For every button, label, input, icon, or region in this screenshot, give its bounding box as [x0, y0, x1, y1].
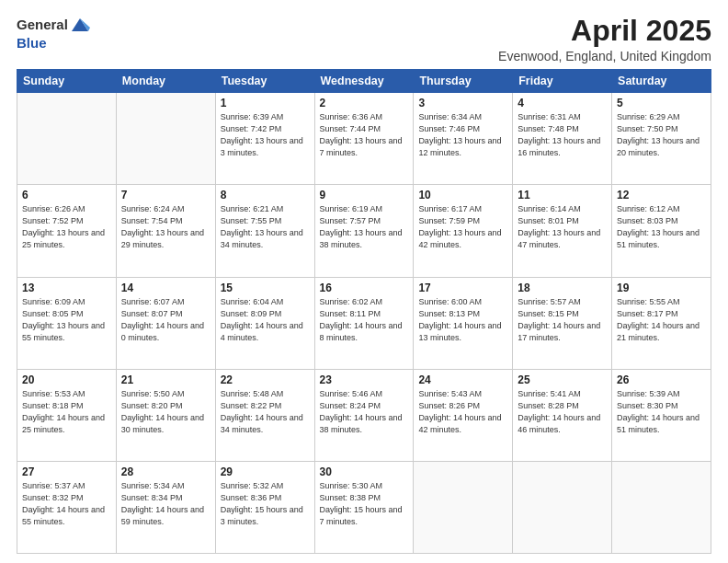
day-info: Sunrise: 6:04 AM Sunset: 8:09 PM Dayligh…	[221, 296, 310, 344]
day-number: 11	[518, 189, 607, 201]
day-info: Sunrise: 5:34 AM Sunset: 8:34 PM Dayligh…	[121, 480, 210, 528]
table-row: 27Sunrise: 5:37 AM Sunset: 8:32 PM Dayli…	[17, 461, 117, 553]
col-friday: Friday	[513, 70, 612, 93]
col-saturday: Saturday	[612, 70, 711, 93]
table-row: 26Sunrise: 5:39 AM Sunset: 8:30 PM Dayli…	[612, 369, 711, 461]
day-number: 29	[221, 465, 310, 478]
day-info: Sunrise: 6:31 AM Sunset: 7:48 PM Dayligh…	[518, 111, 607, 159]
table-row: 23Sunrise: 5:46 AM Sunset: 8:24 PM Dayli…	[314, 369, 414, 461]
calendar-week-row: 6Sunrise: 6:26 AM Sunset: 7:52 PM Daylig…	[17, 185, 711, 277]
day-info: Sunrise: 5:55 AM Sunset: 8:17 PM Dayligh…	[617, 296, 706, 344]
day-info: Sunrise: 5:41 AM Sunset: 8:28 PM Dayligh…	[518, 388, 607, 436]
table-row	[414, 461, 513, 553]
table-row: 7Sunrise: 6:24 AM Sunset: 7:54 PM Daylig…	[116, 185, 215, 277]
day-info: Sunrise: 5:37 AM Sunset: 8:32 PM Dayligh…	[22, 480, 111, 528]
day-info: Sunrise: 5:30 AM Sunset: 8:38 PM Dayligh…	[320, 480, 409, 528]
logo-blue: Blue	[17, 35, 47, 51]
day-info: Sunrise: 6:14 AM Sunset: 8:01 PM Dayligh…	[518, 203, 607, 251]
table-row: 3Sunrise: 6:34 AM Sunset: 7:46 PM Daylig…	[414, 93, 513, 185]
day-number: 5	[617, 97, 706, 109]
calendar-week-row: 1Sunrise: 6:39 AM Sunset: 7:42 PM Daylig…	[17, 93, 711, 185]
logo-general: General	[17, 17, 68, 33]
day-info: Sunrise: 6:26 AM Sunset: 7:52 PM Dayligh…	[22, 203, 111, 251]
day-info: Sunrise: 6:21 AM Sunset: 7:55 PM Dayligh…	[221, 203, 310, 251]
day-number: 2	[320, 97, 409, 109]
header: General Blue April 2025 Evenwood, Englan…	[17, 15, 711, 63]
day-info: Sunrise: 6:07 AM Sunset: 8:07 PM Dayligh…	[121, 296, 210, 344]
day-number: 30	[320, 465, 409, 478]
location-subtitle: Evenwood, England, United Kingdom	[498, 49, 711, 63]
table-row	[116, 93, 215, 185]
table-row: 2Sunrise: 6:36 AM Sunset: 7:44 PM Daylig…	[314, 93, 414, 185]
logo: General Blue	[17, 15, 90, 52]
day-number: 6	[22, 189, 111, 201]
table-row: 22Sunrise: 5:48 AM Sunset: 8:22 PM Dayli…	[215, 369, 314, 461]
calendar-week-row: 13Sunrise: 6:09 AM Sunset: 8:05 PM Dayli…	[17, 277, 711, 369]
day-info: Sunrise: 6:17 AM Sunset: 7:59 PM Dayligh…	[418, 203, 507, 251]
table-row: 14Sunrise: 6:07 AM Sunset: 8:07 PM Dayli…	[116, 277, 215, 369]
day-info: Sunrise: 6:00 AM Sunset: 8:13 PM Dayligh…	[418, 296, 507, 344]
day-number: 1	[221, 97, 310, 109]
day-info: Sunrise: 6:09 AM Sunset: 8:05 PM Dayligh…	[22, 296, 111, 344]
day-info: Sunrise: 6:24 AM Sunset: 7:54 PM Dayligh…	[121, 203, 210, 251]
day-number: 20	[22, 373, 111, 386]
day-number: 26	[617, 373, 706, 386]
table-row: 8Sunrise: 6:21 AM Sunset: 7:55 PM Daylig…	[215, 185, 314, 277]
day-number: 13	[22, 282, 111, 294]
table-row: 17Sunrise: 6:00 AM Sunset: 8:13 PM Dayli…	[414, 277, 513, 369]
day-info: Sunrise: 6:34 AM Sunset: 7:46 PM Dayligh…	[418, 111, 507, 159]
day-number: 3	[418, 97, 507, 109]
table-row: 5Sunrise: 6:29 AM Sunset: 7:50 PM Daylig…	[612, 93, 711, 185]
day-number: 10	[418, 189, 507, 201]
table-row: 19Sunrise: 5:55 AM Sunset: 8:17 PM Dayli…	[612, 277, 711, 369]
table-row: 29Sunrise: 5:32 AM Sunset: 8:36 PM Dayli…	[215, 461, 314, 553]
day-number: 18	[518, 282, 607, 294]
day-number: 9	[320, 189, 409, 201]
table-row: 20Sunrise: 5:53 AM Sunset: 8:18 PM Dayli…	[17, 369, 117, 461]
day-info: Sunrise: 5:50 AM Sunset: 8:20 PM Dayligh…	[121, 388, 210, 436]
day-number: 17	[418, 282, 507, 294]
calendar-week-row: 20Sunrise: 5:53 AM Sunset: 8:18 PM Dayli…	[17, 369, 711, 461]
table-row: 24Sunrise: 5:43 AM Sunset: 8:26 PM Dayli…	[414, 369, 513, 461]
day-number: 28	[121, 465, 210, 478]
table-row: 6Sunrise: 6:26 AM Sunset: 7:52 PM Daylig…	[17, 185, 117, 277]
col-thursday: Thursday	[414, 70, 513, 93]
title-block: April 2025 Evenwood, England, United Kin…	[498, 15, 711, 63]
table-row: 4Sunrise: 6:31 AM Sunset: 7:48 PM Daylig…	[513, 93, 612, 185]
day-number: 25	[518, 373, 607, 386]
table-row: 12Sunrise: 6:12 AM Sunset: 8:03 PM Dayli…	[612, 185, 711, 277]
day-info: Sunrise: 6:29 AM Sunset: 7:50 PM Dayligh…	[617, 111, 706, 159]
day-info: Sunrise: 6:39 AM Sunset: 7:42 PM Dayligh…	[221, 111, 310, 159]
col-tuesday: Tuesday	[215, 70, 314, 93]
day-number: 24	[418, 373, 507, 386]
day-info: Sunrise: 5:53 AM Sunset: 8:18 PM Dayligh…	[22, 388, 111, 436]
table-row: 11Sunrise: 6:14 AM Sunset: 8:01 PM Dayli…	[513, 185, 612, 277]
calendar-header-row: Sunday Monday Tuesday Wednesday Thursday…	[17, 70, 711, 93]
table-row: 1Sunrise: 6:39 AM Sunset: 7:42 PM Daylig…	[215, 93, 314, 185]
day-info: Sunrise: 6:02 AM Sunset: 8:11 PM Dayligh…	[320, 296, 409, 344]
day-number: 8	[221, 189, 310, 201]
day-number: 21	[121, 373, 210, 386]
table-row: 15Sunrise: 6:04 AM Sunset: 8:09 PM Dayli…	[215, 277, 314, 369]
day-info: Sunrise: 5:46 AM Sunset: 8:24 PM Dayligh…	[320, 388, 409, 436]
table-row: 10Sunrise: 6:17 AM Sunset: 7:59 PM Dayli…	[414, 185, 513, 277]
day-info: Sunrise: 5:32 AM Sunset: 8:36 PM Dayligh…	[221, 480, 310, 528]
col-sunday: Sunday	[17, 70, 117, 93]
day-info: Sunrise: 5:43 AM Sunset: 8:26 PM Dayligh…	[418, 388, 507, 436]
page: General Blue April 2025 Evenwood, Englan…	[0, 0, 728, 563]
day-number: 14	[121, 282, 210, 294]
day-number: 16	[320, 282, 409, 294]
day-number: 12	[617, 189, 706, 201]
month-year-title: April 2025	[498, 15, 711, 47]
table-row	[513, 461, 612, 553]
table-row: 21Sunrise: 5:50 AM Sunset: 8:20 PM Dayli…	[116, 369, 215, 461]
table-row	[17, 93, 117, 185]
col-wednesday: Wednesday	[314, 70, 414, 93]
calendar-table: Sunday Monday Tuesday Wednesday Thursday…	[17, 69, 711, 554]
day-number: 15	[221, 282, 310, 294]
day-number: 23	[320, 373, 409, 386]
day-number: 22	[221, 373, 310, 386]
day-number: 4	[518, 97, 607, 109]
table-row: 13Sunrise: 6:09 AM Sunset: 8:05 PM Dayli…	[17, 277, 117, 369]
day-info: Sunrise: 5:57 AM Sunset: 8:15 PM Dayligh…	[518, 296, 607, 344]
